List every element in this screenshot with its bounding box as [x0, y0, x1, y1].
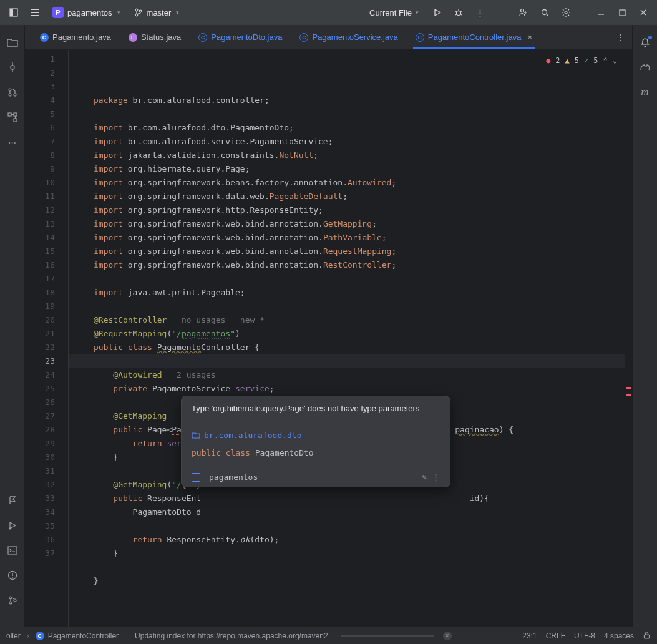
edit-icon[interactable]: ✎ — [422, 472, 427, 482]
settings-icon[interactable] — [557, 4, 575, 21]
svg-rect-9 — [620, 10, 625, 16]
tab-pagamento[interactable]: CPagamento.java — [31, 25, 120, 49]
editor-column: CPagamento.java EStatus.java CPagamentoD… — [25, 25, 632, 627]
class-icon: C — [416, 33, 424, 42]
right-tool-strip: m — [632, 25, 657, 627]
editor-area[interactable]: 1234567891011121314151617181920212223242… — [25, 50, 632, 627]
svg-rect-16 — [14, 119, 17, 122]
svg-point-2 — [135, 9, 138, 11]
project-badge: P — [52, 7, 64, 18]
more-tools-icon[interactable]: ⋯ — [6, 136, 19, 149]
tab-pagamento-dto[interactable]: CPagamentoDto.java — [190, 25, 291, 49]
svg-point-22 — [14, 599, 16, 602]
chevron-down-icon[interactable]: ⌄ — [613, 54, 617, 67]
tooltip-message: Type 'org.hibernate.query.Page' does not… — [182, 396, 450, 421]
cancel-task-icon[interactable]: × — [443, 632, 452, 640]
progress-bar — [341, 635, 434, 637]
hamburger-icon[interactable] — [26, 4, 44, 21]
breadcrumb[interactable]: oller› C PagamentoController — [6, 632, 119, 640]
services-tool-icon[interactable] — [6, 519, 19, 532]
branch-selector[interactable]: master ▾ — [129, 6, 185, 20]
svg-point-21 — [9, 602, 12, 604]
debug-button[interactable] — [450, 4, 467, 21]
project-selector[interactable]: P pagamentos ▾ — [47, 4, 125, 21]
run-config-selector[interactable]: Current File ▾ — [363, 8, 425, 17]
branch-name: master — [147, 8, 172, 17]
svg-rect-15 — [14, 113, 17, 116]
tab-pagamento-service[interactable]: CPagamentoService.java — [291, 25, 406, 49]
code-with-me-icon[interactable] — [515, 4, 532, 21]
inspection-widget[interactable]: ●2 ▲5 ✓5 ⌃ ⌄ — [546, 54, 617, 67]
svg-point-4 — [139, 10, 142, 12]
code-content[interactable]: ●2 ▲5 ✓5 ⌃ ⌄ package br.com.alurafood.co… — [69, 50, 625, 627]
readonly-toggle-icon[interactable] — [643, 631, 651, 641]
tab-label: Status.java — [141, 32, 181, 42]
class-icon: C — [40, 33, 49, 42]
tab-pagamento-controller[interactable]: CPagamentoController.java× — [407, 25, 541, 49]
run-config-label: Current File — [369, 8, 412, 17]
tooltip-module: pagamentos — [209, 472, 258, 482]
line-gutter: 1234567891011121314151617181920212223242… — [25, 50, 69, 627]
indent-config[interactable]: 4 spaces — [604, 632, 634, 640]
warning-icon: ▲ — [565, 54, 570, 67]
svg-point-13 — [14, 94, 16, 96]
tabs-more-icon[interactable]: ⋮ — [609, 25, 632, 49]
close-icon[interactable]: × — [527, 32, 532, 42]
tab-status[interactable]: EStatus.java — [120, 25, 190, 49]
svg-point-20 — [9, 597, 12, 599]
close-button[interactable] — [635, 4, 652, 21]
chevron-down-icon: ▾ — [117, 9, 120, 16]
maven-tool-icon[interactable]: m — [639, 86, 651, 99]
svg-point-11 — [9, 89, 11, 91]
build-tool-icon[interactable] — [6, 494, 19, 507]
warning-count: 5 — [575, 54, 579, 67]
caret-position[interactable]: 23:1 — [522, 632, 537, 640]
tooltip-package-link[interactable]: br.com.alurafood.dto — [204, 431, 302, 440]
tab-label: PagamentoDto.java — [211, 32, 282, 42]
terminal-tool-icon[interactable] — [6, 544, 19, 557]
package-icon — [192, 431, 200, 439]
left-tool-strip: ⋯ — [0, 25, 25, 627]
run-button[interactable] — [429, 4, 446, 21]
maximize-button[interactable] — [613, 4, 631, 21]
chevron-down-icon: ▾ — [176, 9, 179, 16]
commit-tool-icon[interactable] — [6, 61, 19, 74]
chevron-up-icon[interactable]: ⌃ — [603, 54, 608, 67]
line-separator[interactable]: CRLF — [546, 632, 565, 640]
problems-tool-icon[interactable] — [6, 569, 19, 582]
more-icon[interactable]: ⋮ — [432, 472, 440, 482]
error-tooltip: Type 'org.hibernate.query.Page' does not… — [181, 396, 450, 487]
error-count: 2 — [555, 54, 560, 67]
enum-icon: E — [129, 33, 137, 42]
chevron-down-icon: ▾ — [416, 9, 419, 16]
background-task[interactable]: Updating index for https://repo.maven.ap… — [135, 632, 328, 640]
class-icon: C — [299, 33, 308, 42]
titlebar: P pagamentos ▾ master ▾ Current File ▾ ⋮ — [0, 0, 657, 25]
more-actions-icon[interactable]: ⋮ — [471, 4, 489, 21]
weak-warning-icon: ✓ — [584, 54, 588, 67]
svg-point-7 — [542, 9, 547, 14]
file-encoding[interactable]: UTF-8 — [574, 632, 595, 640]
main-menu-icon[interactable] — [5, 4, 22, 21]
svg-point-17 — [9, 528, 11, 530]
svg-point-5 — [457, 11, 461, 16]
notifications-icon[interactable] — [639, 36, 651, 49]
project-tool-icon[interactable] — [6, 36, 19, 49]
svg-point-8 — [565, 11, 567, 14]
ai-assistant-icon[interactable] — [639, 61, 651, 74]
weak-count: 5 — [593, 54, 598, 67]
class-icon: C — [36, 632, 44, 640]
tab-label: PagamentoService.java — [312, 32, 397, 42]
error-stripe[interactable] — [625, 50, 632, 627]
tab-label: PagamentoController.java — [428, 32, 522, 42]
tab-label: Pagamento.java — [52, 32, 111, 42]
structure-tool-icon[interactable] — [6, 111, 19, 124]
minimize-button[interactable] — [592, 4, 610, 21]
error-icon: ● — [546, 54, 550, 67]
svg-rect-14 — [8, 113, 11, 116]
editor-tabs: CPagamento.java EStatus.java CPagamentoD… — [25, 25, 632, 50]
svg-rect-23 — [645, 635, 650, 638]
search-icon[interactable] — [536, 4, 553, 21]
pull-requests-icon[interactable] — [6, 86, 19, 99]
vcs-tool-icon[interactable] — [6, 594, 19, 607]
